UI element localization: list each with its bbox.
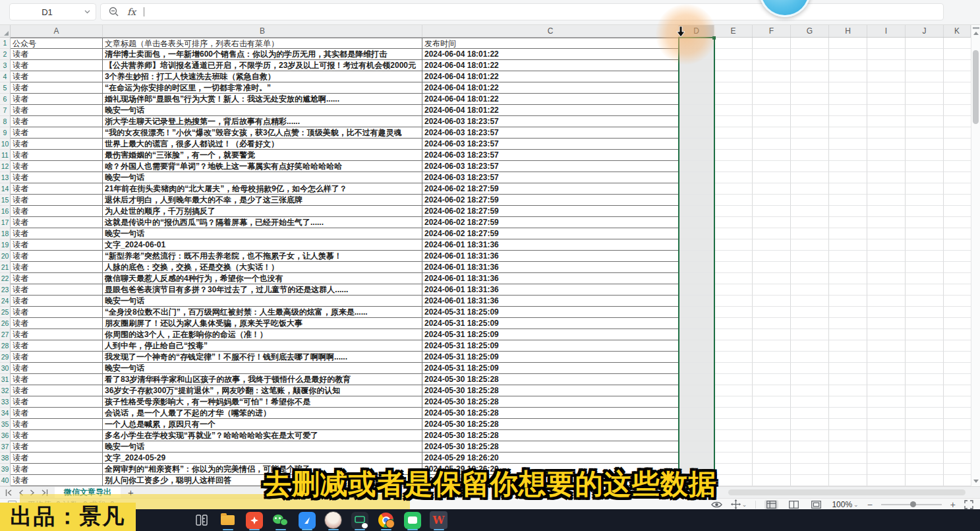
cell-I23[interactable] <box>867 284 906 296</box>
cell-F3[interactable] <box>753 60 791 71</box>
cell-F37[interactable] <box>753 441 791 453</box>
cell-F18[interactable] <box>753 228 791 239</box>
cell-G16[interactable] <box>791 206 829 217</box>
cell-C14[interactable]: 2024-06-02 18:27:59 <box>422 183 679 195</box>
cell-J20[interactable] <box>906 251 944 262</box>
cell-B39[interactable]: 全网审判的“相亲资料”：你以为的完美情侣，可能是个骗子...... <box>103 464 422 475</box>
cell-K19[interactable] <box>944 239 971 251</box>
cell-D14[interactable] <box>679 183 714 195</box>
cell-G32[interactable] <box>791 385 829 396</box>
cell-J13[interactable] <box>906 172 944 183</box>
cell-K28[interactable] <box>944 340 971 352</box>
cell-G40[interactable] <box>791 475 829 486</box>
cell-A26[interactable]: 读者 <box>11 318 103 329</box>
cell-B25[interactable]: “全身没8位数不出门”，百万级网红被封禁：人生最高级的炫富，原来是...... <box>103 307 422 318</box>
cell-B9[interactable]: “我的女友很漂亮！”小伙“爆改”毁容女孩，获3亿人点赞：顶级美貌，比不过有趣灵魂 <box>103 127 422 139</box>
cell-A39[interactable]: 读者 <box>11 464 103 475</box>
cell-D36[interactable] <box>679 430 714 441</box>
cell-C30[interactable]: 2024-05-31 18:25:09 <box>422 363 679 374</box>
cell-K35[interactable] <box>944 419 971 430</box>
page-layout-view-button[interactable] <box>809 500 823 509</box>
cell-A10[interactable]: 读者 <box>11 139 103 150</box>
cell-B16[interactable]: 为人处世的顺序，千万别搞反了 <box>103 206 422 217</box>
cell-I34[interactable] <box>867 408 906 419</box>
vertical-scrollbar[interactable] <box>971 25 980 486</box>
row-header-8[interactable]: 8 <box>0 116 11 127</box>
cell-A25[interactable]: 读者 <box>11 307 103 318</box>
cell-C10[interactable]: 2024-06-03 18:23:57 <box>422 139 679 150</box>
cell-C26[interactable]: 2024-05-31 18:25:09 <box>422 318 679 329</box>
cell-G11[interactable] <box>791 150 829 161</box>
cell-I18[interactable] <box>867 228 906 239</box>
cell-D32[interactable] <box>679 385 714 396</box>
cell-I10[interactable] <box>867 139 906 150</box>
chevron-down-icon[interactable] <box>84 10 90 14</box>
cell-J34[interactable] <box>906 408 944 419</box>
cell-H14[interactable] <box>829 183 867 195</box>
zoom-search-icon[interactable] <box>109 7 119 17</box>
cell-E34[interactable] <box>714 408 753 419</box>
cell-B18[interactable]: 晚安一句话 <box>103 228 422 239</box>
row-header-34[interactable]: 34 <box>0 408 11 419</box>
cell-F17[interactable] <box>753 217 791 228</box>
row-header-9[interactable]: 9 <box>0 127 11 139</box>
cell-D34[interactable] <box>679 408 714 419</box>
cell-G10[interactable] <box>791 139 829 150</box>
cell-G2[interactable] <box>791 49 829 60</box>
cell-B34[interactable]: 会说话，是一个人最了不起的才华（嘴笨的进） <box>103 408 422 419</box>
cell-A3[interactable]: 读者 <box>11 60 103 71</box>
row-header-18[interactable]: 18 <box>0 228 11 239</box>
cell-D29[interactable] <box>679 352 714 363</box>
cell-C25[interactable]: 2024-05-31 18:25:09 <box>422 307 679 318</box>
cell-J2[interactable] <box>906 49 944 60</box>
cell-K34[interactable] <box>944 408 971 419</box>
cell-H9[interactable] <box>829 127 867 139</box>
cell-G22[interactable] <box>791 273 829 284</box>
row-header-29[interactable]: 29 <box>0 352 11 363</box>
name-box[interactable]: D1 <box>9 3 96 20</box>
cell-H10[interactable] <box>829 139 867 150</box>
cell-C15[interactable]: 2024-06-02 18:27:59 <box>422 195 679 206</box>
cell-I27[interactable] <box>867 329 906 340</box>
page-break-view-button[interactable] <box>787 500 801 509</box>
cell-E30[interactable] <box>714 363 753 374</box>
cell-K17[interactable] <box>944 217 971 228</box>
cell-H19[interactable] <box>829 239 867 251</box>
cell-C11[interactable]: 2024-06-03 18:23:57 <box>422 150 679 161</box>
cell-H28[interactable] <box>829 340 867 352</box>
cell-C7[interactable]: 2024-06-04 18:01:22 <box>422 105 679 116</box>
cell-E26[interactable] <box>714 318 753 329</box>
row-header-25[interactable]: 25 <box>0 307 11 318</box>
cell-E22[interactable] <box>714 273 753 284</box>
cell-G8[interactable] <box>791 116 829 127</box>
chrome-icon[interactable] <box>377 511 395 529</box>
cell-F5[interactable] <box>753 82 791 94</box>
cell-H11[interactable] <box>829 150 867 161</box>
green-chat-icon[interactable] <box>403 511 421 529</box>
zoom-in-button[interactable]: + <box>950 500 956 509</box>
cell-I3[interactable] <box>867 60 906 71</box>
cell-E25[interactable] <box>714 307 753 318</box>
row-header-11[interactable]: 11 <box>0 150 11 161</box>
cell-K26[interactable] <box>944 318 971 329</box>
cell-G26[interactable] <box>791 318 829 329</box>
cell-C20[interactable]: 2024-06-01 18:31:36 <box>422 251 679 262</box>
cell-G4[interactable] <box>791 71 829 82</box>
cell-H27[interactable] <box>829 329 867 340</box>
cell-A12[interactable]: 读者 <box>11 161 103 172</box>
cell-B2[interactable]: 清华博士卖面包，一年新增600个销售点：你以为的学历无用，其实都是降维打击 <box>103 49 422 60</box>
cell-I33[interactable] <box>867 396 906 408</box>
split-handle[interactable] <box>973 27 979 29</box>
cell-H37[interactable] <box>829 441 867 453</box>
cell-H1[interactable] <box>829 38 867 49</box>
row-header-20[interactable]: 20 <box>0 251 11 262</box>
cell-G27[interactable] <box>791 329 829 340</box>
cell-J16[interactable] <box>906 206 944 217</box>
cell-K7[interactable] <box>944 105 971 116</box>
row-header-38[interactable]: 38 <box>0 453 11 464</box>
cell-E20[interactable] <box>714 251 753 262</box>
cell-E17[interactable] <box>714 217 753 228</box>
cell-A7[interactable]: 读者 <box>11 105 103 116</box>
cell-J33[interactable] <box>906 396 944 408</box>
cell-E28[interactable] <box>714 340 753 352</box>
